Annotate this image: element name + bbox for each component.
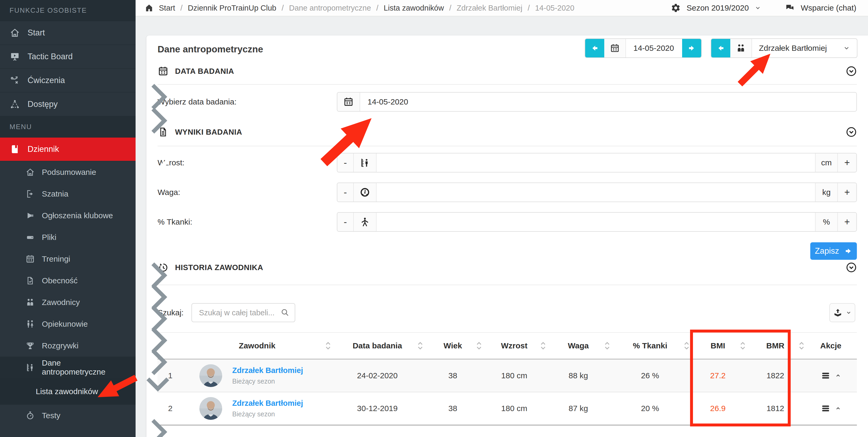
column-zawodnik: Zawodnik — [183, 333, 331, 359]
player-name-link[interactable]: Zdrzałek Bartłomiej — [232, 399, 303, 408]
height-input[interactable] — [376, 154, 815, 172]
player-navigator: Zdrzałek Bartłomiej — [711, 38, 858, 58]
sidebar-subitem-zawodnicy[interactable]: Zawodnicy — [0, 292, 135, 313]
breadcrumb-separator: / — [376, 4, 378, 12]
season-label: Sezon 2019/2020 — [687, 3, 749, 12]
chevron-right-icon — [118, 299, 125, 306]
sort-icon[interactable] — [417, 341, 424, 350]
sidebar-item-cwiczenia[interactable]: Ćwiczenia — [0, 69, 135, 93]
export-button[interactable] — [829, 303, 855, 322]
players-icon — [25, 298, 35, 307]
sidebar-subitem-label: Opiekunowie — [42, 320, 88, 329]
decrement-button[interactable]: - — [337, 154, 354, 172]
player-name-link[interactable]: Zdrzałek Bartłomiej — [232, 366, 303, 375]
breadcrumb-separator: / — [180, 4, 182, 12]
row-actions-menu[interactable] — [805, 371, 857, 380]
breadcrumb-item-dane[interactable]: Dane antropometryczne — [289, 4, 371, 12]
divider — [158, 284, 857, 285]
save-button-label: Zapisz — [815, 246, 839, 256]
header-controls: 14-05-2020 Zdrzałek Bartłomiej — [585, 38, 858, 58]
column-wzrost: Wzrost — [482, 333, 546, 359]
sort-icon[interactable] — [540, 341, 546, 350]
home-icon — [9, 28, 20, 38]
main-content-card: Dane antropometryczne 14-05-2020 Zdrzałe… — [147, 35, 868, 437]
decrement-button[interactable]: - — [337, 183, 354, 202]
weight-input[interactable] — [376, 183, 815, 202]
column-label: Data badania — [353, 341, 402, 350]
sidebar-subitem-dane-antropometryczne[interactable]: Dane antropometryczne — [0, 357, 135, 378]
sidebar-subitem-label: Lista zawodników — [36, 387, 98, 396]
sidebar-item-dziennik[interactable]: Dziennik — [0, 138, 135, 161]
chevron-right-icon — [118, 256, 125, 262]
sidebar-subitem-obecnosc[interactable]: Obecność — [0, 270, 135, 292]
support-chat-button[interactable]: Wsparcie (chat) — [785, 3, 856, 13]
chevron-right-icon — [118, 412, 125, 419]
fat-input[interactable] — [376, 213, 815, 231]
cell-age: 38 — [424, 359, 482, 392]
breadcrumb-item-date[interactable]: 14-05-2020 — [535, 4, 574, 12]
attendance-doc-icon — [25, 276, 35, 285]
save-button[interactable]: Zapisz — [810, 242, 857, 260]
chevron-right-icon — [118, 321, 125, 328]
column-label: Wiek — [443, 341, 462, 350]
breadcrumb: Start / Dziennik ProTrainUp Club / Dane … — [145, 3, 574, 12]
sidebar-item-dostepy[interactable]: Dostępy — [0, 93, 135, 116]
sidebar-section-personal: FUNKCJE OSOBISTE — [0, 0, 135, 21]
sidebar-subitem-rozgrywki[interactable]: Rozgrywki — [0, 335, 135, 357]
breadcrumb-item-start[interactable]: Start — [159, 4, 175, 12]
breadcrumb-home-icon[interactable] — [145, 3, 154, 12]
decrement-button[interactable]: - — [337, 213, 354, 231]
breadcrumb-item-lista[interactable]: Lista zawodników — [384, 4, 444, 12]
date-next-button[interactable] — [682, 39, 701, 57]
date-field-row: Wybierz data badania: — [158, 92, 857, 112]
breadcrumb-separator: / — [449, 4, 451, 12]
sort-icon[interactable] — [798, 341, 805, 350]
date-input[interactable] — [360, 93, 856, 111]
sidebar-item-start[interactable]: Start — [0, 21, 135, 45]
sidebar-subitem-pliki[interactable]: Pliki — [0, 227, 135, 248]
calendar-icon — [25, 254, 35, 264]
sort-icon[interactable] — [325, 341, 331, 350]
breadcrumb-item-dziennik[interactable]: Dziennik ProTrainUp Club — [188, 4, 276, 12]
table-header-row: Zawodnik Data badania Wiek Wzrost Waga %… — [158, 333, 857, 359]
search-input[interactable] — [191, 303, 295, 322]
sidebar-item-tactic-board[interactable]: Tactic Board — [0, 45, 135, 69]
sort-icon[interactable] — [604, 341, 610, 350]
player-season: Bieżący sezon — [232, 377, 303, 385]
topbar-right: Sezon 2019/2020 Wsparcie (chat) — [671, 3, 856, 13]
sort-icon[interactable] — [740, 341, 746, 350]
player-select[interactable]: Zdrzałek Bartłomiej — [752, 39, 857, 57]
breadcrumb-item-player[interactable]: Zdrzałek Bartłomiej — [457, 4, 522, 12]
sidebar-subitem-treningi[interactable]: Treningi — [0, 248, 135, 270]
increment-button[interactable]: + — [837, 154, 856, 172]
sidebar-subitem-ogloszenia[interactable]: Ogłoszenia klubowe — [0, 205, 135, 227]
collapse-section-icon[interactable] — [846, 127, 857, 138]
column-label: BMI — [711, 341, 725, 350]
collapse-section-icon[interactable] — [846, 66, 857, 77]
collapse-section-icon[interactable] — [846, 262, 857, 273]
increment-button[interactable]: + — [837, 183, 856, 202]
player-prev-button[interactable] — [711, 39, 730, 57]
sort-icon[interactable] — [476, 341, 482, 350]
row-actions-menu[interactable] — [805, 404, 857, 413]
cell-height: 180 cm — [482, 392, 546, 425]
search-field — [191, 303, 295, 322]
sidebar-subitem-szatnia[interactable]: Szatnia — [0, 183, 135, 205]
topbar: Start / Dziennik ProTrainUp Club / Dane … — [135, 0, 868, 16]
season-selector[interactable]: Sezon 2019/2020 — [671, 3, 761, 13]
sort-icon[interactable] — [683, 341, 690, 350]
sidebar-item-label: Dziennik — [28, 144, 59, 154]
date-prev-button[interactable] — [585, 39, 604, 57]
table-row: 2 Zdrzałek Bartłomiej Bieżący sezon 30-1… — [158, 392, 857, 425]
sidebar-subitem-testy[interactable]: Testy — [0, 405, 135, 427]
sidebar-section-menu: MENU — [0, 116, 135, 138]
journal-book-icon — [9, 144, 20, 155]
sidebar-subitem-lista-zawodnikow[interactable]: Lista zawodników — [0, 378, 135, 405]
cell-bmi: 26.9 — [690, 392, 746, 425]
increment-button[interactable]: + — [837, 213, 856, 231]
sidebar-subitem-podsumowanie[interactable]: Podsumowanie — [0, 161, 135, 183]
date-navigator-value[interactable]: 14-05-2020 — [626, 39, 682, 57]
sidebar-subitem-opiekunowie[interactable]: Opiekunowie — [0, 313, 135, 335]
history-table: Zawodnik Data badania Wiek Wzrost Waga %… — [158, 332, 857, 426]
weight-field-label: Waga: — [158, 188, 337, 197]
